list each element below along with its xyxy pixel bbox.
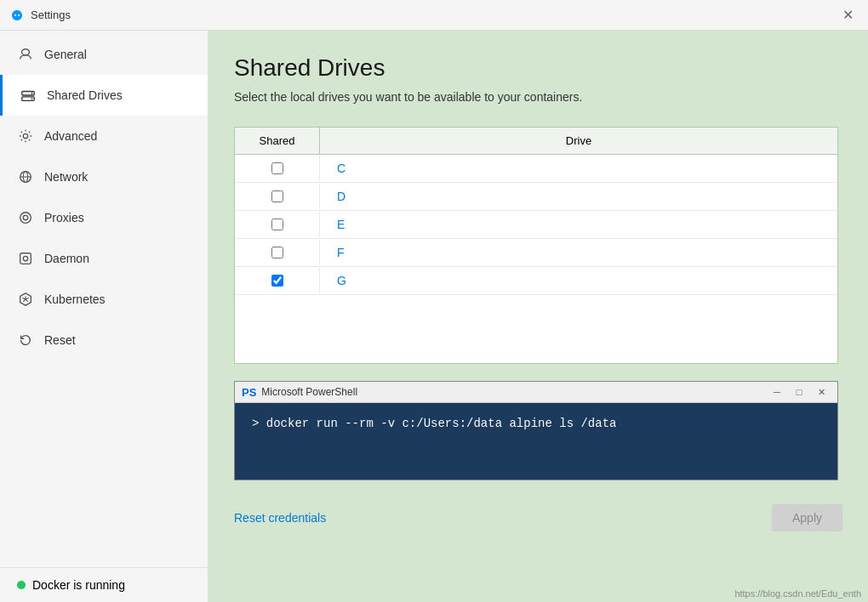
sidebar-item-reset[interactable]: Reset <box>0 320 208 361</box>
app-icon <box>10 9 24 22</box>
table-row: G <box>235 267 837 295</box>
svg-rect-11 <box>20 253 31 264</box>
network-icon <box>17 168 34 185</box>
ps-minimize-button[interactable]: ─ <box>768 385 786 399</box>
svg-line-15 <box>22 298 26 299</box>
window-title: Settings <box>31 9 71 21</box>
checkbox-cell-f[interactable] <box>235 240 320 265</box>
docker-status: Docker is running <box>0 567 208 602</box>
content-area: Shared Drives Select the local drives yo… <box>208 31 868 602</box>
sidebar-label-kubernetes: Kubernetes <box>44 292 106 306</box>
bottom-bar: Reset credentials Apply <box>234 504 842 531</box>
drives-table: Shared Drive C D E <box>234 127 838 364</box>
sidebar-item-advanced[interactable]: Advanced <box>0 116 208 156</box>
ps-title: Microsoft PowerShell <box>261 386 357 398</box>
ps-title-left: PS Microsoft PowerShell <box>242 386 357 399</box>
main-container: General Shared Drives Adva <box>0 31 868 602</box>
sidebar-item-proxies[interactable]: Proxies <box>0 197 208 238</box>
proxies-icon <box>17 209 34 226</box>
svg-line-17 <box>23 299 26 302</box>
reset-icon <box>17 332 34 349</box>
status-label: Docker is running <box>32 578 125 592</box>
checkbox-drive-e[interactable] <box>271 219 283 230</box>
ps-close-button[interactable]: ✕ <box>812 385 831 399</box>
drive-letter-c: C <box>320 155 837 182</box>
checkbox-cell-g[interactable] <box>235 268 320 293</box>
shared-drives-icon <box>20 87 37 104</box>
sidebar-label-shared-drives: Shared Drives <box>47 88 123 102</box>
reset-credentials-link[interactable]: Reset credentials <box>234 511 326 525</box>
sidebar-item-kubernetes[interactable]: Kubernetes <box>0 279 208 320</box>
powershell-window: PS Microsoft PowerShell ─ □ ✕ > docker r… <box>234 381 838 480</box>
sidebar-label-advanced: Advanced <box>44 129 97 143</box>
col-header-shared: Shared <box>235 128 320 154</box>
ps-command: > docker run --rm -v c:/Users:/data alpi… <box>252 417 616 430</box>
checkbox-drive-c[interactable] <box>271 162 283 174</box>
ps-content: > docker run --rm -v c:/Users:/data alpi… <box>235 403 837 480</box>
drive-letter-e: E <box>320 211 837 238</box>
sidebar-item-network[interactable]: Network <box>0 156 208 197</box>
svg-point-5 <box>23 133 27 138</box>
page-title: Shared Drives <box>234 54 842 82</box>
ps-icon: PS <box>242 386 256 399</box>
title-bar: Settings ✕ <box>0 0 868 31</box>
drive-letter-f: F <box>320 239 837 266</box>
ps-controls: ─ □ ✕ <box>768 385 831 399</box>
checkbox-cell-d[interactable] <box>235 184 320 209</box>
checkbox-drive-g[interactable] <box>271 275 283 287</box>
drive-letter-d: D <box>320 183 837 210</box>
sidebar-item-general[interactable]: General <box>0 34 208 75</box>
table-row: F <box>235 239 837 267</box>
ps-titlebar: PS Microsoft PowerShell ─ □ ✕ <box>235 382 837 403</box>
svg-point-4 <box>31 98 33 99</box>
title-bar-left: Settings <box>10 9 71 22</box>
ps-maximize-button[interactable]: □ <box>790 385 808 399</box>
watermark: https://blog.csdn.net/Edu_enth <box>734 588 861 599</box>
table-empty-space <box>235 295 837 363</box>
svg-point-3 <box>31 93 33 94</box>
svg-point-0 <box>22 49 30 55</box>
table-row: E <box>235 211 837 239</box>
table-row: D <box>235 183 837 211</box>
sidebar-item-shared-drives[interactable]: Shared Drives <box>0 75 208 116</box>
checkbox-cell-c[interactable] <box>235 156 320 181</box>
sidebar: General Shared Drives Adva <box>0 31 208 602</box>
status-indicator <box>17 581 26 589</box>
sidebar-label-proxies: Proxies <box>44 211 84 224</box>
advanced-icon <box>17 128 34 145</box>
svg-point-10 <box>23 215 27 219</box>
sidebar-label-network: Network <box>44 170 88 184</box>
col-header-drive: Drive <box>320 128 837 154</box>
svg-line-18 <box>26 299 28 302</box>
table-row: C <box>235 155 837 183</box>
svg-point-12 <box>23 256 27 260</box>
sidebar-item-daemon[interactable]: Daemon <box>0 238 208 279</box>
apply-button[interactable]: Apply <box>772 504 842 531</box>
checkbox-drive-d[interactable] <box>271 190 283 202</box>
table-header: Shared Drive <box>235 128 837 155</box>
checkbox-cell-e[interactable] <box>235 212 320 237</box>
daemon-icon <box>17 250 34 267</box>
kubernetes-icon <box>17 291 34 308</box>
general-icon <box>17 46 34 63</box>
page-description: Select the local drives you want to be a… <box>234 88 842 106</box>
checkbox-drive-f[interactable] <box>271 247 283 258</box>
sidebar-label-daemon: Daemon <box>44 252 89 265</box>
close-button[interactable]: ✕ <box>837 5 858 26</box>
sidebar-label-reset: Reset <box>44 333 76 347</box>
sidebar-label-general: General <box>44 48 87 61</box>
drive-letter-g: G <box>320 267 837 294</box>
svg-point-9 <box>20 213 31 224</box>
